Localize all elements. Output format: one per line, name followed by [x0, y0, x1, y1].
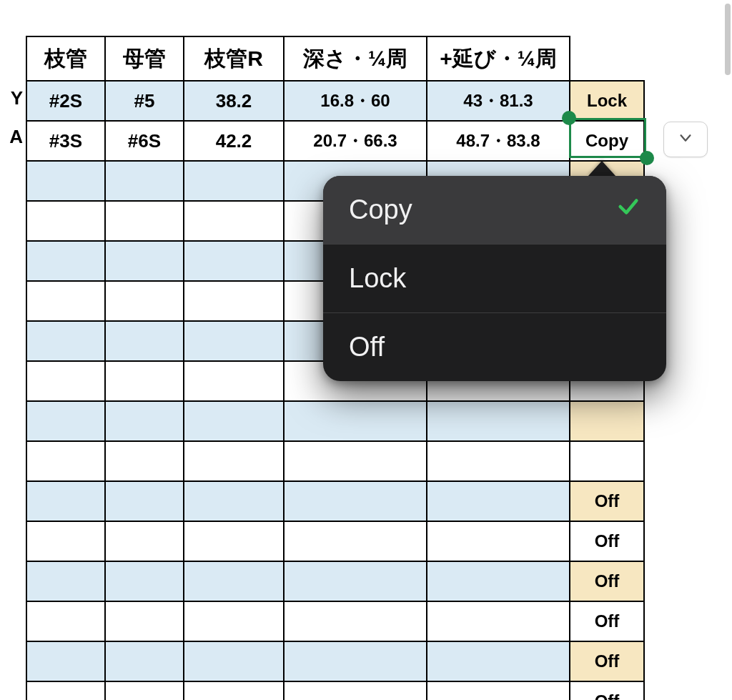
table-cell[interactable] [26, 201, 105, 241]
table-cell[interactable] [284, 481, 427, 521]
table-cell[interactable] [26, 401, 105, 441]
table-cell[interactable] [105, 321, 184, 361]
table-cell[interactable] [184, 441, 284, 481]
table-cell[interactable] [105, 241, 184, 281]
check-icon [612, 194, 640, 225]
col-header-state [570, 36, 644, 81]
state-cell[interactable]: Copy [570, 121, 644, 161]
table-cell[interactable] [184, 641, 284, 681]
table-cell[interactable] [184, 361, 284, 401]
state-cell[interactable] [570, 401, 644, 441]
col-header[interactable]: 深さ・¼周 [284, 36, 427, 81]
table-cell[interactable] [427, 481, 570, 521]
popover-arrow [588, 161, 616, 177]
table-cell[interactable] [184, 201, 284, 241]
table-cell[interactable] [105, 601, 184, 641]
table-cell[interactable] [105, 441, 184, 481]
table-cell[interactable] [284, 641, 427, 681]
table-row [26, 401, 644, 441]
chevron-down-icon [678, 130, 693, 149]
table-cell[interactable] [284, 681, 427, 700]
table-cell[interactable] [26, 561, 105, 601]
state-cell[interactable]: Off [570, 641, 644, 681]
table-cell[interactable] [184, 241, 284, 281]
col-header[interactable]: +延び・¼周 [427, 36, 570, 81]
table-cell[interactable] [26, 641, 105, 681]
table-cell[interactable] [105, 401, 184, 441]
option-label: Copy [349, 194, 412, 225]
table-cell[interactable] [26, 361, 105, 401]
table-cell[interactable]: #5 [105, 81, 184, 121]
table-row: Off [26, 641, 644, 681]
table-cell[interactable] [26, 321, 105, 361]
table-cell[interactable] [26, 161, 105, 201]
table-cell[interactable] [26, 281, 105, 321]
table-cell[interactable]: 20.7・66.3 [284, 121, 427, 161]
table-cell[interactable]: 42.2 [184, 121, 284, 161]
table-cell[interactable] [105, 161, 184, 201]
app-stage: Y A 枝管 母管 枝管R 深さ・¼周 +延び・¼周 #2S#538.216.8… [0, 0, 732, 700]
table-cell[interactable]: #3S [26, 121, 105, 161]
table-cell[interactable]: 16.8・60 [284, 81, 427, 121]
dropdown-option-off[interactable]: Off [323, 313, 666, 381]
state-cell[interactable] [570, 441, 644, 481]
table-cell[interactable]: 48.7・83.8 [427, 121, 570, 161]
table-cell[interactable] [284, 561, 427, 601]
table-cell[interactable] [427, 401, 570, 441]
table-cell[interactable] [26, 681, 105, 700]
table-cell[interactable] [105, 641, 184, 681]
state-cell[interactable]: Off [570, 601, 644, 641]
table-cell[interactable]: 38.2 [184, 81, 284, 121]
table-cell[interactable] [427, 681, 570, 700]
table-cell[interactable] [184, 401, 284, 441]
table-cell[interactable] [284, 601, 427, 641]
table-cell[interactable] [184, 481, 284, 521]
table-cell[interactable]: #2S [26, 81, 105, 121]
table-cell[interactable] [284, 401, 427, 441]
table-cell[interactable] [26, 481, 105, 521]
table-cell[interactable] [184, 161, 284, 201]
table-cell[interactable] [26, 241, 105, 281]
table-cell[interactable] [105, 281, 184, 321]
table-cell[interactable] [105, 481, 184, 521]
table-row: #2S#538.216.8・6043・81.3Lock [26, 81, 644, 121]
state-cell[interactable]: Off [570, 561, 644, 601]
table-cell[interactable] [105, 521, 184, 561]
table-cell[interactable] [105, 201, 184, 241]
col-header[interactable]: 母管 [105, 36, 184, 81]
table-cell[interactable] [284, 441, 427, 481]
table-cell[interactable] [26, 521, 105, 561]
table-cell[interactable] [284, 521, 427, 561]
table-cell[interactable] [184, 281, 284, 321]
state-cell[interactable]: Off [570, 481, 644, 521]
table-cell[interactable] [427, 601, 570, 641]
col-header[interactable]: 枝管 [26, 36, 105, 81]
scrollbar[interactable] [725, 4, 731, 75]
table-cell[interactable] [105, 361, 184, 401]
state-cell[interactable]: Off [570, 681, 644, 700]
table-cell[interactable] [427, 561, 570, 601]
table-cell[interactable] [184, 601, 284, 641]
dropdown-option-copy[interactable]: Copy [323, 176, 666, 244]
col-header[interactable]: 枝管R [184, 36, 284, 81]
table-cell[interactable] [184, 681, 284, 700]
table-row: Off [26, 521, 644, 561]
table-cell[interactable] [26, 601, 105, 641]
table-cell[interactable] [184, 521, 284, 561]
table-cell[interactable] [427, 641, 570, 681]
option-label: Lock [349, 263, 406, 294]
table-cell[interactable] [105, 561, 184, 601]
table-cell[interactable] [427, 441, 570, 481]
table-cell[interactable]: #6S [105, 121, 184, 161]
table-cell[interactable] [26, 441, 105, 481]
table-row: #3S#6S42.220.7・66.348.7・83.8Copy [26, 121, 644, 161]
dropdown-option-lock[interactable]: Lock [323, 245, 666, 312]
table-cell[interactable] [427, 521, 570, 561]
state-cell[interactable]: Lock [570, 81, 644, 121]
table-cell[interactable]: 43・81.3 [427, 81, 570, 121]
table-cell[interactable] [184, 561, 284, 601]
state-cell[interactable]: Off [570, 521, 644, 561]
table-cell[interactable] [184, 321, 284, 361]
table-cell[interactable] [105, 681, 184, 700]
dropdown-button[interactable] [663, 122, 708, 157]
